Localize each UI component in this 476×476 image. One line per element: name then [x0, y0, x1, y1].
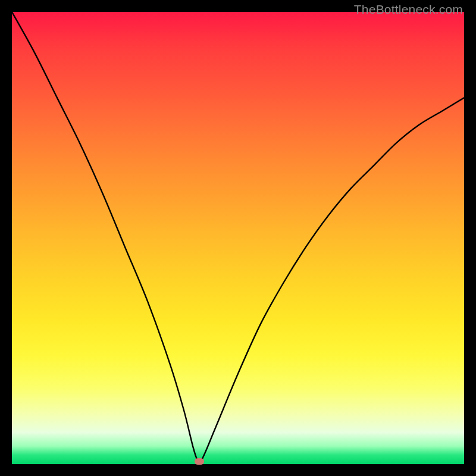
bottleneck-curve	[12, 12, 464, 464]
optimal-point-marker	[195, 458, 204, 465]
chart-container: TheBottleneck.com	[0, 0, 476, 476]
watermark-text: TheBottleneck.com	[354, 2, 463, 17]
plot-area	[12, 12, 464, 464]
